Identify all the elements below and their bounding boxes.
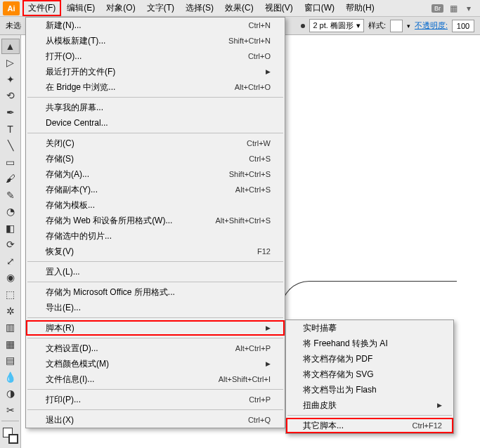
shortcut-label: Alt+Ctrl+O xyxy=(235,83,271,91)
file-menu-item-4[interactable]: 在 Bridge 中浏览...Alt+Ctrl+O xyxy=(26,79,285,95)
menu-item-label: 文件信息(I)... xyxy=(46,374,219,386)
menu-1[interactable]: 编辑(E) xyxy=(61,0,100,16)
file-menu-item-25[interactable]: 文档设置(D)...Alt+Ctrl+P xyxy=(26,341,285,356)
pencil-tool[interactable]: ✎ xyxy=(1,187,20,203)
menu-item-label: 存储为 Web 和设备所用格式(W)... xyxy=(46,215,215,227)
menu-item-label: 退出(X) xyxy=(46,414,248,426)
symbol-sprayer-tool[interactable]: ✲ xyxy=(1,303,20,319)
menu-3[interactable]: 文字(T) xyxy=(141,0,180,16)
menu-item-label: 扭曲皮肤 xyxy=(303,400,431,411)
menu-item-label: 导出(E)... xyxy=(46,302,271,314)
magic-wand-tool[interactable]: ✦ xyxy=(1,72,20,87)
eraser-tool[interactable]: ◧ xyxy=(1,220,20,236)
file-menu-item-6[interactable]: 共享我的屏幕... xyxy=(26,100,285,115)
file-menu-item-31[interactable]: 退出(X)Ctrl+Q xyxy=(26,412,285,428)
scale-tool[interactable]: ⤢ xyxy=(1,253,20,269)
script-submenu-item-4[interactable]: 将文档导出为 Flash xyxy=(286,382,453,397)
selection-label: 未选 xyxy=(6,20,21,31)
graph-tool[interactable]: ▥ xyxy=(1,319,20,335)
direct-selection-tool[interactable]: ▷ xyxy=(1,55,20,71)
separator xyxy=(27,338,283,338)
menu-5[interactable]: 效果(C) xyxy=(219,0,259,16)
shortcut-label: Alt+Ctrl+P xyxy=(235,344,271,353)
gradient-tool[interactable]: ▤ xyxy=(1,353,20,368)
paintbrush-tool[interactable]: 🖌 xyxy=(1,171,20,186)
script-submenu-item-0[interactable]: 实时描摹 xyxy=(286,320,453,336)
menu-4[interactable]: 选择(S) xyxy=(180,0,219,16)
file-menu-item-15[interactable]: 存储选中的切片... xyxy=(26,228,285,244)
eyedropper-tool[interactable]: 💧 xyxy=(1,369,20,385)
menu-7[interactable]: 窗口(W) xyxy=(299,0,340,16)
menu-item-label: 实时描摹 xyxy=(303,322,442,334)
file-menu-item-0[interactable]: 新建(N)...Ctrl+N xyxy=(26,18,285,33)
rotate-tool[interactable]: ⟳ xyxy=(1,237,20,253)
opacity-input[interactable] xyxy=(452,20,474,32)
shortcut-label: Shift+Ctrl+S xyxy=(229,170,271,178)
menu-8[interactable]: 帮助(H) xyxy=(340,0,380,16)
file-menu-item-21[interactable]: 导出(E)... xyxy=(26,300,285,315)
chevron-down-icon: ▾ xyxy=(356,21,361,30)
script-submenu-item-7[interactable]: 其它脚本...Ctrl+F12 xyxy=(286,418,453,433)
menu-item-label: 恢复(V) xyxy=(46,246,257,258)
submenu-arrow-icon: ▶ xyxy=(435,402,442,409)
submenu-arrow-icon: ▶ xyxy=(264,68,271,75)
separator xyxy=(27,409,283,410)
type-tool[interactable]: T xyxy=(1,121,20,137)
submenu-arrow-icon: ▶ xyxy=(264,324,271,331)
file-menu-item-29[interactable]: 打印(P)...Ctrl+P xyxy=(26,392,285,407)
menu-0[interactable]: 文件(F) xyxy=(22,0,61,16)
blend-tool[interactable]: ◑ xyxy=(1,386,20,402)
slice-tool[interactable]: ✂ xyxy=(1,402,20,418)
lasso-tool[interactable]: ⟲ xyxy=(1,88,20,104)
separator xyxy=(27,389,283,390)
file-menu-item-20[interactable]: 存储为 Microsoft Office 所用格式... xyxy=(26,284,285,300)
opacity-label[interactable]: 不透明度: xyxy=(415,20,448,31)
menu-2[interactable]: 对象(O) xyxy=(100,0,141,16)
selection-tool[interactable]: ▲ xyxy=(1,39,20,54)
file-menu-item-3[interactable]: 最近打开的文件(F)▶ xyxy=(26,64,285,79)
file-menu-item-26[interactable]: 文档颜色模式(M)▶ xyxy=(26,356,285,371)
script-submenu-item-3[interactable]: 将文档存储为 SVG xyxy=(286,367,453,382)
line-tool[interactable]: ╲ xyxy=(1,138,20,153)
menu-item-label: 打印(P)... xyxy=(46,394,249,406)
stroke-select[interactable]: 2 pt. 椭圆形▾ xyxy=(309,19,363,32)
shortcut-label: Shift+Ctrl+N xyxy=(228,37,271,45)
separator xyxy=(27,133,283,133)
script-submenu-item-1[interactable]: 将 Freehand 转换为 AI xyxy=(286,336,453,351)
file-menu-item-1[interactable]: 从模板新建(T)...Shift+Ctrl+N xyxy=(26,33,285,48)
shortcut-label: Ctrl+F12 xyxy=(413,421,443,430)
tool-panel: ▲ ▷ ✦ ⟲ ✒ T ╲ ▭ 🖌 ✎ ◔ ◧ ⟳ ⤢ ◉ ⬚ ✲ ▥ ▦ ▤ … xyxy=(0,35,21,448)
fill-stroke-swatch[interactable] xyxy=(3,428,18,444)
warp-tool[interactable]: ◉ xyxy=(1,270,20,286)
mesh-tool[interactable]: ▦ xyxy=(1,336,20,352)
file-menu-item-27[interactable]: 文件信息(I)...Alt+Shift+Ctrl+I xyxy=(26,371,285,387)
file-menu-item-16[interactable]: 恢复(V)F12 xyxy=(26,244,285,259)
menu-6[interactable]: 视图(V) xyxy=(259,0,299,16)
file-menu-item-13[interactable]: 存储为模板... xyxy=(26,197,285,213)
chevron-down-icon[interactable]: ▾ xyxy=(463,3,474,14)
shortcut-label: Alt+Shift+Ctrl+S xyxy=(215,216,271,225)
rectangle-tool[interactable]: ▭ xyxy=(1,154,20,170)
script-submenu-item-2[interactable]: 将文档存储为 PDF xyxy=(286,351,453,367)
file-menu-item-10[interactable]: 存储(S)Ctrl+S xyxy=(26,151,285,166)
file-menu-item-18[interactable]: 置入(L)... xyxy=(26,264,285,279)
menu-item-label: 文档颜色模式(M) xyxy=(46,358,259,370)
style-swatch[interactable] xyxy=(390,20,403,32)
bridge-badge[interactable]: Br xyxy=(432,4,443,13)
blob-brush-tool[interactable]: ◔ xyxy=(1,204,20,220)
menu-item-label: 置入(L)... xyxy=(46,266,271,278)
script-submenu-item-5[interactable]: 扭曲皮肤▶ xyxy=(286,397,453,413)
file-menu-item-12[interactable]: 存储副本(Y)...Alt+Ctrl+S xyxy=(26,182,285,197)
file-menu-item-14[interactable]: 存储为 Web 和设备所用格式(W)...Alt+Shift+Ctrl+S xyxy=(26,213,285,228)
separator xyxy=(27,317,283,318)
pen-tool[interactable]: ✒ xyxy=(1,105,20,120)
file-menu-item-2[interactable]: 打开(O)...Ctrl+O xyxy=(26,48,285,64)
chevron-down-icon[interactable]: ▾ xyxy=(407,22,410,29)
file-menu-dropdown: 新建(N)...Ctrl+N从模板新建(T)...Shift+Ctrl+N打开(… xyxy=(25,17,285,428)
free-transform-tool[interactable]: ⬚ xyxy=(1,286,20,302)
grid-icon[interactable]: ▦ xyxy=(448,3,459,14)
file-menu-item-9[interactable]: 关闭(C)Ctrl+W xyxy=(26,136,285,151)
file-menu-item-7[interactable]: Device Central... xyxy=(26,115,285,131)
file-menu-item-11[interactable]: 存储为(A)...Shift+Ctrl+S xyxy=(26,166,285,182)
file-menu-item-23[interactable]: 脚本(R)▶ xyxy=(26,320,285,336)
